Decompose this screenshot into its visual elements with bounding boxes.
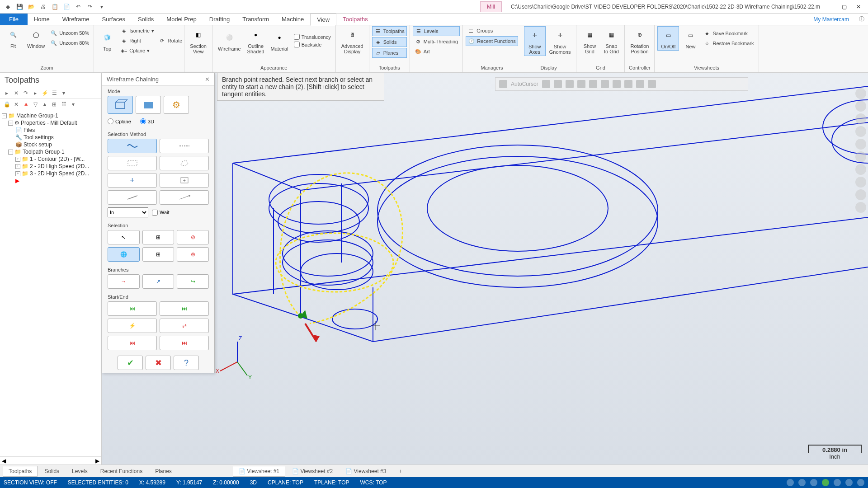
cancel-button[interactable]: ✖ (146, 356, 171, 370)
levels-toggle[interactable]: ☰Levels (413, 26, 460, 36)
mode-settings-button[interactable]: ⚙ (164, 96, 189, 114)
end-button[interactable]: ⏭ (160, 301, 209, 316)
toolpaths-toggle[interactable]: ☰Toolpaths (372, 26, 407, 36)
minus-icon[interactable]: − (8, 150, 13, 155)
partial-chain-button[interactable] (160, 139, 209, 153)
copy-icon[interactable]: 📋 (51, 3, 59, 11)
tab-drafting[interactable]: Drafting (203, 14, 236, 25)
material-button[interactable]: ●Material (268, 29, 291, 52)
start-button[interactable]: ⏮ (108, 301, 157, 316)
qat-dropdown-icon[interactable]: ▾ (98, 3, 106, 11)
tree-machine-group[interactable]: Machine Group-1 (16, 113, 58, 119)
tb-icon[interactable]: 🔒 (3, 100, 11, 108)
rotate-button[interactable]: ⟳Rotate (157, 36, 184, 45)
tb-icon[interactable]: ⚡ (41, 89, 49, 97)
btm-solids[interactable]: Solids (38, 466, 65, 477)
cplane-button[interactable]: ◈=Cplane▾ (118, 46, 156, 55)
prev-button[interactable]: ⏮ (108, 336, 157, 350)
top-view-button[interactable]: 🧊 Top (97, 29, 118, 52)
viewsheet-1-tab[interactable]: 📄 Viewsheet #1 (233, 466, 285, 477)
single-plus-button[interactable]: + (108, 173, 157, 188)
tab-home[interactable]: Home (28, 14, 56, 25)
isometric-button[interactable]: ◈Isometric▾ (118, 26, 156, 35)
show-gnomons-button[interactable]: ✛Show Gnomons (547, 27, 574, 56)
backside-check[interactable]: Backside (292, 41, 333, 48)
select-last-button[interactable]: ↖ (108, 230, 140, 244)
rt-icon[interactable] (855, 101, 866, 112)
dialog-titlebar[interactable]: Wireframe Chaining ✕ (102, 73, 214, 86)
fit-button[interactable]: 🔍 Fit (3, 26, 24, 50)
rt-icon[interactable] (855, 189, 866, 200)
tab-solids[interactable]: Solids (132, 14, 160, 25)
btm-toolpaths[interactable]: Toolpaths (3, 466, 38, 477)
viewport[interactable]: AutoCursor (102, 73, 868, 465)
polygon-button[interactable] (160, 156, 209, 170)
rt-icon[interactable] (855, 177, 866, 188)
status-icon[interactable] (787, 479, 794, 486)
sel-icon[interactable] (601, 80, 609, 88)
tree-op2[interactable]: 2 - 2D High Speed (2D... (30, 163, 89, 169)
viewsheet-3-tab[interactable]: 📄 Viewsheet #3 (340, 466, 392, 477)
viewsheet-2-tab[interactable]: 📄 Viewsheet #2 (286, 466, 339, 477)
open-icon[interactable]: 📂 (27, 3, 35, 11)
tb-icon[interactable]: ▾ (69, 100, 77, 108)
show-grid-button[interactable]: ▦Show Grid (579, 26, 600, 55)
save-bookmark-button[interactable]: ★Save Bookmark (702, 29, 755, 38)
autocursor-label[interactable]: AutoCursor (511, 81, 538, 87)
select-exclude-button[interactable]: ⊗ (177, 247, 209, 262)
branch-prev-button[interactable]: ↪ (177, 274, 209, 289)
status-cplane[interactable]: CPLANE: TOP (268, 479, 303, 486)
tb-icon[interactable]: ▾ (60, 89, 68, 97)
dynamic-button[interactable]: ⚡ (108, 319, 157, 333)
undo-icon[interactable]: ↶ (74, 3, 82, 11)
3d-radio[interactable]: 3D (140, 118, 154, 124)
right-view-button[interactable]: ◈Right (118, 36, 156, 45)
redo-icon[interactable]: ↷ (86, 3, 94, 11)
tree-op3[interactable]: 3 - 2D High Speed (2D... (30, 170, 89, 177)
tab-wireframe[interactable]: Wireframe (56, 14, 96, 25)
sel-icon[interactable] (499, 80, 507, 88)
maximize-button[interactable]: ▢ (837, 2, 851, 12)
status-wcs[interactable]: WCS: TOP (360, 479, 387, 486)
help-button[interactable]: ? (174, 356, 199, 370)
context-tab-mill[interactable]: Mill (480, 1, 502, 12)
snap-grid-button[interactable]: ▦Snap to Grid (601, 26, 622, 55)
branch-next-button[interactable]: → (108, 274, 140, 289)
sel-icon[interactable] (636, 80, 644, 88)
btm-levels[interactable]: Levels (66, 466, 94, 477)
tree-files[interactable]: Files (24, 127, 35, 133)
next-button[interactable]: ⏭ (160, 336, 209, 350)
sel-icon[interactable] (577, 80, 585, 88)
tab-machine[interactable]: Machine (275, 14, 310, 25)
planes-toggle[interactable]: ▱Planes (372, 48, 407, 58)
viewsheet-new-button[interactable]: ▭New (680, 27, 701, 50)
no-entry-button[interactable]: ⊘ (177, 230, 209, 244)
sel-icon[interactable] (566, 80, 574, 88)
my-mastercam-link[interactable]: My Mastercam (807, 16, 855, 23)
vector-button[interactable] (108, 190, 157, 205)
tree-op1[interactable]: 1 - Contour (2D) - [W... (30, 156, 85, 162)
recent-toggle[interactable]: 🕑Recent Functions (466, 36, 518, 46)
rt-icon[interactable] (855, 202, 866, 213)
tb-icon[interactable]: ▲ (41, 100, 49, 108)
rotation-position-button[interactable]: ⊕Rotation Position (627, 26, 651, 55)
tb-icon[interactable]: ✕ (12, 100, 20, 108)
window-button[interactable] (108, 156, 157, 170)
mode-wireframe-button[interactable] (108, 96, 133, 114)
scroll-right-icon[interactable]: ▶ (95, 458, 99, 464)
unzoom-80-button[interactable]: 🔍Unzoom 80% (48, 38, 91, 47)
multithread-toggle[interactable]: ⚙Multi-Threading (413, 37, 460, 46)
tb-icon[interactable]: ☰ (50, 89, 58, 97)
rt-icon[interactable] (855, 126, 866, 137)
viewsheet-onoff-button[interactable]: ▭On/Off (657, 26, 679, 51)
operations-tree[interactable]: −📁 Machine Group-1 −⚙ Properties - Mill … (0, 110, 101, 456)
chain-button[interactable] (108, 139, 157, 153)
tb-icon[interactable]: ✕ (12, 89, 20, 97)
minus-icon[interactable]: − (2, 113, 7, 118)
plus-icon[interactable]: + (15, 164, 20, 169)
close-button[interactable]: ✕ (852, 2, 865, 12)
tab-surfaces[interactable]: Surfaces (96, 14, 132, 25)
tab-transform[interactable]: Transform (236, 14, 275, 25)
save-icon[interactable]: 💾 (15, 3, 24, 11)
plus-icon[interactable]: + (15, 171, 20, 176)
